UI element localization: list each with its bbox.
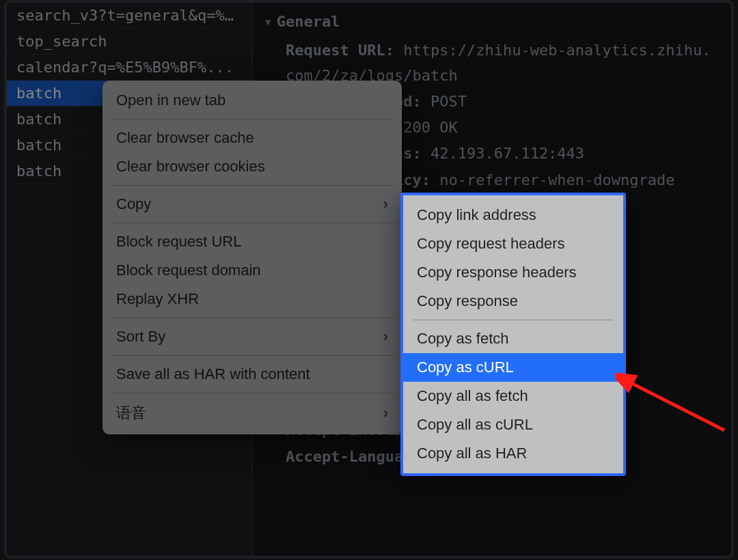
menu-item-label: Clear browser cookies: [116, 158, 265, 176]
menu-sort-by[interactable]: Sort By ›: [102, 322, 402, 351]
submenu-copy-all-as-har[interactable]: Copy all as HAR: [403, 439, 623, 468]
menu-block-request-domain[interactable]: Block request domain: [102, 256, 402, 285]
request-url-key: Request URL:: [286, 42, 394, 59]
submenu-copy-response-headers[interactable]: Copy response headers: [403, 258, 623, 287]
menu-copy[interactable]: Copy ›: [102, 190, 402, 219]
request-method-value: POST: [430, 93, 467, 110]
referrer-policy-value: no-referrer-when-downgrade: [439, 171, 674, 188]
chevron-right-icon: ›: [383, 328, 388, 346]
copy-submenu: Copy link address Copy request headers C…: [400, 193, 626, 476]
menu-replay-xhr[interactable]: Replay XHR: [102, 285, 402, 313]
menu-clear-browser-cookies[interactable]: Clear browser cookies: [102, 152, 402, 181]
menu-item-label: Open in new tab: [116, 92, 226, 109]
menu-separator: [111, 223, 394, 223]
menu-block-request-url[interactable]: Block request URL: [102, 227, 402, 256]
request-row[interactable]: search_v3?t=general&q=%E5...: [7, 3, 252, 29]
menu-separator: [111, 185, 394, 186]
context-menu: Open in new tab Clear browser cache Clea…: [102, 81, 402, 434]
status-code-value: 200 OK: [403, 119, 457, 136]
menu-item-label: 语音: [116, 403, 146, 423]
menu-save-all-as-har[interactable]: Save all as HAR with content: [102, 360, 402, 389]
menu-voice[interactable]: 语音 ›: [102, 397, 402, 429]
submenu-separator: [413, 320, 614, 320]
menu-item-label: Clear browser cache: [116, 129, 254, 147]
menu-item-label: Replay XHR: [116, 290, 199, 308]
remote-address-value: 42.193.67.112:443: [430, 145, 584, 162]
chevron-right-icon: ›: [383, 404, 388, 422]
menu-separator: [111, 355, 394, 356]
request-row[interactable]: calendar?q=%E5%B9%BF%...: [7, 55, 252, 81]
submenu-copy-as-fetch[interactable]: Copy as fetch: [403, 324, 623, 353]
menu-separator: [111, 318, 394, 318]
menu-separator: [111, 119, 394, 120]
menu-clear-browser-cache[interactable]: Clear browser cache: [102, 124, 402, 152]
menu-item-label: Sort By: [116, 328, 165, 346]
menu-separator: [111, 393, 394, 393]
submenu-copy-link-address[interactable]: Copy link address: [403, 201, 623, 229]
submenu-copy-all-as-fetch[interactable]: Copy all as fetch: [403, 382, 623, 410]
menu-item-label: Save all as HAR with content: [116, 365, 310, 383]
submenu-copy-request-headers[interactable]: Copy request headers: [403, 229, 623, 258]
submenu-copy-as-curl[interactable]: Copy as cURL: [403, 353, 623, 382]
menu-item-label: Block request domain: [116, 262, 261, 279]
submenu-copy-response[interactable]: Copy response: [403, 287, 623, 316]
menu-item-label: Block request URL: [116, 233, 241, 251]
chevron-right-icon: ›: [383, 195, 388, 213]
menu-open-in-new-tab[interactable]: Open in new tab: [102, 86, 402, 115]
general-section-title[interactable]: General: [265, 10, 719, 34]
request-row[interactable]: top_search: [7, 29, 252, 55]
submenu-copy-all-as-curl[interactable]: Copy all as cURL: [403, 410, 623, 439]
menu-item-label: Copy: [116, 195, 151, 213]
